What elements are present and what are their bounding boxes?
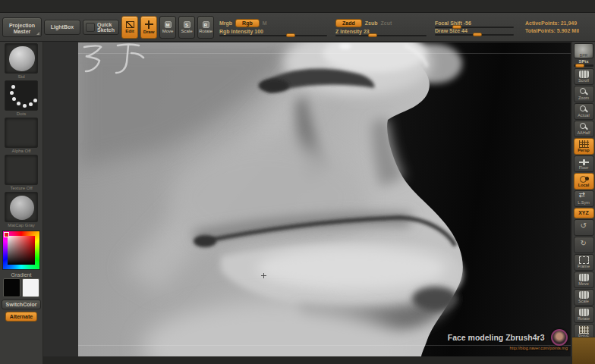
draw-size-handle[interactable] [473,33,482,36]
scale-mode-button[interactable]: S Scale [178,16,195,39]
menu-item[interactable] [102,5,108,8]
z-intensity-handle[interactable] [368,33,377,37]
mrgb-button[interactable]: Mrgb [219,20,232,26]
menu-item[interactable] [114,5,120,8]
menu-item[interactable] [59,5,65,8]
menu-item[interactable] [53,5,59,8]
z-intensity-label: Z Intensity 23 [335,29,427,34]
m-button[interactable]: M [263,20,267,26]
shelf-button-spin-ccw[interactable] [574,219,594,236]
video-scanline [78,53,571,54]
shelf-button-aahalf[interactable]: AAHalf [574,121,594,137]
shelf-button-zoom[interactable]: Zoom [574,86,594,102]
shelf-button-label: L.Sym [578,200,590,205]
menu-item[interactable] [71,5,77,8]
shelf-button-xyz[interactable]: XYZ [574,208,594,218]
menu-item[interactable] [47,5,53,8]
texture-selector[interactable]: Texture Off [4,155,39,190]
spix-slider[interactable]: SPix [574,59,593,67]
menu-item[interactable] [126,5,132,8]
secondary-color-swatch[interactable] [22,278,39,297]
shelf-button-label: Rotate [578,316,590,321]
shelf-button-local[interactable]: Local [574,173,594,190]
shelf-button-actual[interactable]: Actual [574,103,594,120]
scale-label: Scale [181,29,192,33]
menu-item[interactable] [29,5,35,8]
edit-pen-icon [126,21,134,28]
shelf-button-label: Local [578,183,589,187]
stroke-label: Dots [4,111,39,116]
switch-color-button[interactable]: SwitchColor [2,300,42,309]
shelf-button-label: Scroll [578,78,589,83]
brush-selector[interactable]: Std [4,43,39,79]
stroke-selector[interactable]: Dots [4,80,39,116]
sculpt-canvas[interactable]: Face modeling Zbrush4r3 http://blog.nave… [78,42,571,356]
shelf-button-label: Floor [579,165,589,170]
shelf-button-move[interactable]: Move [574,271,594,288]
rgb-intensity-handle[interactable] [286,33,295,37]
texture-thumbnail [5,155,38,185]
zadd-button[interactable]: Zadd [335,19,362,27]
face-sculpt [78,42,571,356]
spix-handle[interactable] [575,64,584,67]
stroke-dots-icon [5,81,37,110]
alpha-selector[interactable]: Alpha Off [4,118,39,153]
avatar [551,329,568,346]
shelf-button-lsym[interactable]: L.Sym [574,190,594,207]
edit-mode-button[interactable]: Edit [121,16,138,39]
menu-item[interactable] [120,5,126,8]
draw-size-slider[interactable]: Draw Size 44 [435,28,514,34]
material-sphere-icon [10,196,34,220]
menu-item[interactable] [138,5,144,8]
zsub-button[interactable]: Zsub [365,20,378,26]
menu-item[interactable] [35,5,41,8]
rotate-icon: R [203,21,209,28]
bpr-render-button[interactable]: BPR [574,43,593,58]
shelf-button-spin-cw[interactable] [574,237,594,253]
move-mode-button[interactable]: M Move [159,16,176,39]
menu-item[interactable] [132,5,138,8]
watermark-title: Face modeling Zbrush4r3 [448,333,545,342]
menu-item[interactable] [83,5,90,8]
shelf-button-label: AAHalf [577,130,590,135]
menu-item[interactable] [17,5,23,8]
shelf-button-scroll[interactable]: Scroll [574,68,594,85]
shelf-button-floor[interactable]: Floor [574,155,594,172]
menu-item[interactable] [90,5,96,8]
shelf-button-scale[interactable]: Scale [574,289,594,306]
material-selector[interactable]: MatCap Gray [4,192,39,228]
shelf-button-persp[interactable]: Persp [574,138,594,155]
magnifier-icon [579,105,589,113]
rgb-intensity-slider[interactable]: Rgb Intensity 100 [219,29,327,35]
rgb-button[interactable]: Rgb [235,19,260,27]
draw-label: Draw [143,30,155,34]
sculpt-mode-group: Zadd Zsub Zcut Z Intensity 23 [332,19,430,35]
menu-item[interactable] [41,5,47,8]
hand-icon [579,309,589,316]
color-picker[interactable] [2,231,40,270]
sketch-icon [86,23,95,32]
zcut-button[interactable]: Zcut [380,20,392,26]
active-points-value: ActivePoints: 21,949 [525,20,579,26]
focal-shift-slider[interactable]: Focal Shift -56 [435,20,514,27]
menu-item[interactable] [5,5,11,8]
rotate-mode-button[interactable]: R Rotate [197,16,214,39]
menu-item[interactable] [23,5,29,8]
menu-item[interactable] [77,5,83,8]
lightbox-button[interactable]: LightBox [44,20,80,35]
draw-mode-button[interactable]: Draw [140,16,157,39]
sym-icon [579,193,589,200]
shelf-button-rotate[interactable]: Rotate [574,306,594,323]
menu-item[interactable] [108,5,114,8]
shelf-button-label: XYZ [578,211,589,215]
menu-item[interactable] [65,5,71,8]
projection-master-button[interactable]: Projection Master [2,17,42,37]
menu-item[interactable] [11,5,17,8]
quick-sketch-button[interactable]: Quick Sketch [83,20,119,35]
z-intensity-slider[interactable]: Z Intensity 23 [335,29,427,35]
watermark: Face modeling Zbrush4r3 http://blog.nave… [448,329,568,350]
shelf-button-frame[interactable]: Frame [574,254,594,271]
alternate-button[interactable]: Alternate [5,312,37,322]
main-color-swatch[interactable] [3,278,20,297]
menu-item[interactable] [96,5,102,8]
